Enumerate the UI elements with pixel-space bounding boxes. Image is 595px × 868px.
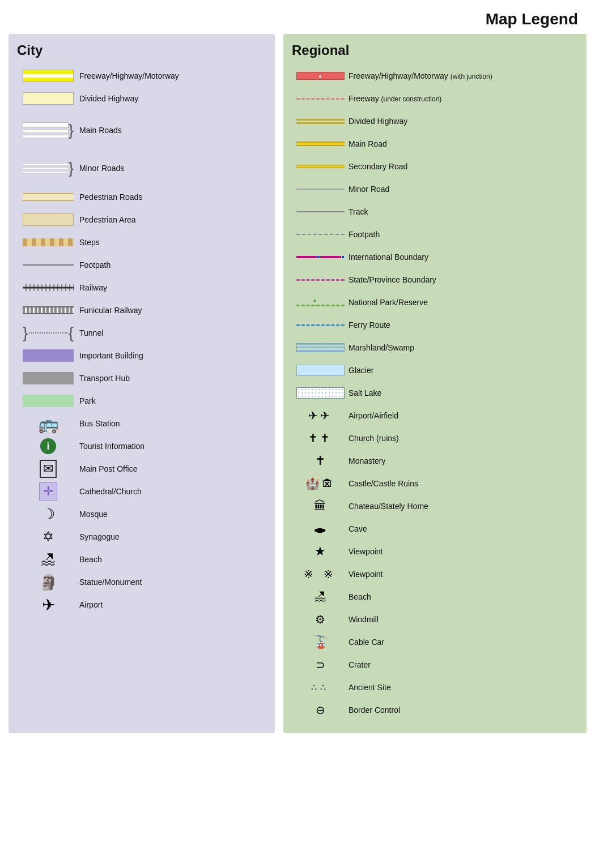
mosque-icon: ☽	[42, 506, 55, 523]
list-item: ⊖ Border Control	[292, 699, 578, 721]
reg-cave-symbol: 🕳	[292, 521, 348, 536]
transport-hub-icon	[23, 372, 74, 384]
list-item: ※ ※ Viewpoint	[292, 563, 578, 585]
divided-highway-city-icon	[23, 92, 74, 105]
reg-ferry-symbol	[292, 324, 348, 326]
synagogue-symbol: ✡	[17, 529, 79, 545]
list-item: 🏖 Beach	[292, 586, 578, 608]
list-item: Pedestrian Roads	[17, 186, 266, 208]
reg-track-symbol	[292, 211, 348, 212]
main-roads-lines	[23, 122, 69, 138]
list-item: Pedestrian Area	[17, 209, 266, 230]
reg-place-symbol: ★	[292, 544, 348, 559]
park-symbol	[17, 395, 79, 407]
reg-chateau-icon: 🏛	[314, 499, 326, 514]
reg-castle-label: Castle/Castle Ruins	[348, 478, 418, 489]
cathedral-symbol: ✛	[17, 482, 79, 501]
reg-cablecar-symbol: 🚡	[292, 635, 348, 649]
reg-secondary-icon	[296, 165, 345, 168]
list-item: Footpath	[17, 254, 266, 276]
reg-intl-label: International Boundary	[348, 252, 428, 262]
reg-church-label: Church (ruins)	[348, 433, 399, 443]
pedestrian-area-symbol	[17, 213, 79, 226]
reg-glacier-icon	[296, 365, 345, 376]
reg-state-symbol	[292, 279, 348, 281]
reg-secondary-label: Secondary Road	[348, 161, 407, 172]
beach-city-icon: 🏖	[41, 551, 56, 568]
main-road-line-2	[23, 130, 69, 133]
reg-salt-lake-symbol	[292, 387, 348, 399]
list-item: ∴∴ Ancient Site	[292, 677, 578, 698]
reg-main-road-symbol	[292, 142, 348, 146]
main-roads-brace-right: }	[69, 122, 74, 138]
reg-castle-symbol: 🏰🏚	[292, 477, 348, 490]
divided-highway-city-symbol	[17, 92, 79, 105]
list-item: ● National Park/Reserve	[292, 292, 578, 313]
tourist-info-label: Tourist Information	[79, 441, 144, 451]
list-item: Footpath	[292, 224, 578, 245]
list-item: Freeway/Highway/Motorway	[17, 65, 266, 87]
regional-column: Regional ● Freeway/Highway/Motorway (wit…	[283, 34, 586, 733]
reg-footpath-icon	[296, 234, 345, 235]
reg-salt-lake-label: Salt Lake	[348, 388, 381, 398]
reg-viewpoint-label: Viewpoint	[348, 569, 382, 579]
reg-viewpoint-symbol: ※ ※	[292, 567, 348, 581]
tunnel-icon: } {	[23, 325, 74, 341]
reg-viewpoint-icon: ※ ※	[304, 567, 337, 581]
list-item: } { Tunnel	[17, 322, 266, 344]
list-item: 🚌 Bus Station	[17, 413, 266, 434]
city-heading: City	[17, 42, 266, 58]
reg-beach-label: Beach	[348, 592, 371, 602]
list-item: ✝ Monastery	[292, 450, 578, 472]
reg-beach-symbol: 🏖	[292, 589, 348, 604]
reg-marshland-symbol	[292, 343, 348, 352]
reg-footpath-label: Footpath	[348, 229, 380, 240]
steps-symbol	[17, 238, 79, 246]
list-item: Minor Road	[292, 178, 578, 200]
pedestrian-roads-icon	[23, 193, 74, 201]
freeway-city-label: Freeway/Highway/Motorway	[79, 71, 179, 81]
city-column: City Freeway/Highway/Motorway Divided Hi…	[8, 34, 275, 733]
tunnel-label: Tunnel	[79, 328, 103, 338]
main-road-line-3	[23, 135, 69, 138]
important-building-label: Important Building	[79, 350, 143, 361]
reg-beach-icon: 🏖	[314, 589, 326, 604]
beach-city-symbol: 🏖	[17, 551, 79, 568]
reg-state-label: State/Province Boundary	[348, 275, 436, 285]
list-item: ★ Viewpoint	[292, 541, 578, 562]
reg-place-label: Viewpoint	[348, 546, 382, 557]
transport-hub-symbol	[17, 372, 79, 384]
funicular-icon	[23, 306, 74, 314]
list-item: ✈✈ Airport/Airfield	[292, 405, 578, 426]
reg-cablecar-icon: 🚡	[313, 635, 328, 649]
railway-label: Railway	[79, 283, 107, 293]
reg-divided-icon	[296, 119, 345, 124]
reg-cave-icon: 🕳	[314, 521, 326, 536]
park-icon	[23, 395, 74, 407]
list-item: 🏛 Chateau/Stately Home	[292, 495, 578, 517]
reg-intl-icon	[296, 256, 345, 258]
reg-intl-symbol	[292, 256, 348, 258]
bus-station-label: Bus Station	[79, 418, 120, 429]
list-item: i Tourist Information	[17, 435, 266, 457]
main-road-line-1	[23, 122, 69, 128]
airport-city-symbol: ✈	[17, 596, 79, 614]
list-item: ● Freeway/Highway/Motorway (with junctio…	[292, 65, 578, 87]
reg-track-label: Track	[348, 207, 368, 217]
reg-cave-label: Cave	[348, 524, 367, 534]
list-item: 🚡 Cable Car	[292, 631, 578, 653]
reg-airport-label: Airport/Airfield	[348, 411, 398, 421]
statue-symbol: 🗿	[17, 574, 79, 591]
reg-crater-symbol: ⊃	[292, 658, 348, 672]
tunnel-symbol: } {	[17, 325, 79, 341]
reg-ancient-icon: ∴∴	[311, 682, 329, 693]
reg-divided-label: Divided Highway	[348, 116, 407, 126]
minor-roads-brace-right: }	[69, 160, 74, 176]
page: Map Legend City Freeway/Highway/Motorway…	[0, 0, 595, 868]
bus-station-symbol: 🚌	[17, 414, 79, 434]
reg-minor-symbol	[292, 189, 348, 190]
reg-crater-label: Crater	[348, 660, 371, 670]
reg-freeway-sublabel: (with junction)	[450, 72, 492, 80]
tourist-info-symbol: i	[17, 438, 79, 454]
reg-monastery-symbol: ✝	[292, 454, 348, 468]
